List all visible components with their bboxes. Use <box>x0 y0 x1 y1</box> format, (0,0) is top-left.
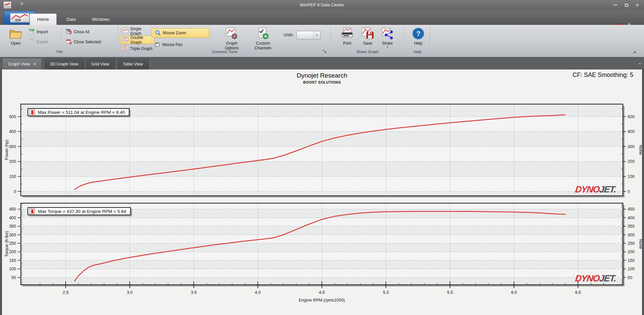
svg-text:None: None <box>638 239 642 249</box>
graph-options-label-1: Graph <box>226 41 237 46</box>
common-tools-group-label: Common Tools <box>120 50 329 55</box>
svg-text:2.5: 2.5 <box>63 290 68 295</box>
svg-text:0: 0 <box>14 189 16 194</box>
single-graph-button[interactable]: Single Graph <box>120 27 154 35</box>
tab-table-view[interactable]: Table View <box>117 58 149 70</box>
import-button[interactable]: CSV Import <box>29 28 48 36</box>
svg-text:450: 450 <box>9 207 16 212</box>
single-graph-label: Single Graph <box>130 27 153 36</box>
torque-chart[interactable]: 5050100100150150200200250250300300350350… <box>2 203 642 303</box>
svg-text:200: 200 <box>9 159 16 164</box>
power-series-marker-icon <box>30 109 35 115</box>
svg-text:?: ? <box>416 30 420 37</box>
minimize-icon[interactable] <box>610 2 620 8</box>
svg-text:5.5: 5.5 <box>447 290 453 295</box>
separator <box>61 28 61 46</box>
svg-text:4.5: 4.5 <box>319 290 325 295</box>
csv-export-icon: CSV <box>29 39 35 45</box>
printer-icon <box>340 26 354 41</box>
save-button[interactable]: Save <box>358 26 377 46</box>
tab-graph-view[interactable]: Graph View ✕ <box>3 58 42 70</box>
custom-channels-button[interactable]: Custom Channels <box>248 26 278 50</box>
export-label: Export <box>37 40 48 44</box>
torque-legend[interactable]: Max Torque = 437.30 at Engine RPM = 5.64 <box>28 207 131 215</box>
help-question-icon: ? <box>412 26 425 41</box>
export-button[interactable]: CSV Export <box>29 38 48 46</box>
svg-text:6.0: 6.0 <box>511 290 517 295</box>
ribbon-tab-row: W8 Home Data Windows <box>0 10 644 25</box>
correction-smoothing-label: CF: SAE Smoothing: 5 <box>573 72 633 79</box>
graph-options-button[interactable]: Graph Options <box>217 26 246 50</box>
group-separator <box>405 27 405 49</box>
svg-text:300: 300 <box>9 144 16 149</box>
svg-text:200: 200 <box>9 250 16 254</box>
ribbon-collapse-icon[interactable] <box>633 51 637 54</box>
share-nodes-icon <box>381 26 394 41</box>
close-selected-button[interactable]: Close Selected <box>66 38 101 46</box>
tab-graph-view-label: Graph View <box>8 62 30 66</box>
svg-text:200: 200 <box>628 159 635 164</box>
tab-3d-graph-view-label: 3D Graph View <box>50 62 78 66</box>
svg-text:100: 100 <box>9 174 16 179</box>
svg-text:400: 400 <box>9 216 16 220</box>
help-group-label: Help <box>406 50 429 55</box>
close-all-button[interactable]: Close All <box>66 28 90 36</box>
open-button[interactable]: Open <box>5 26 27 46</box>
folder-open-icon <box>9 26 23 41</box>
share-group-label: Share Graph <box>332 50 403 55</box>
units-dropdown[interactable]: ▾ <box>297 31 321 39</box>
magnifier-icon <box>155 30 161 37</box>
svg-text:50: 50 <box>11 275 16 280</box>
mouse-pan-label: Mouse Pan <box>162 42 183 47</box>
tab-close-icon[interactable]: ✕ <box>33 62 36 66</box>
close-icon[interactable]: ✕ <box>633 2 642 8</box>
share-button[interactable]: Share ▾ <box>378 26 397 48</box>
import-label: Import <box>37 30 48 34</box>
svg-text:100: 100 <box>628 267 635 271</box>
torque-series-marker-icon <box>30 209 35 214</box>
close-selected-label: Close Selected <box>74 40 101 44</box>
units-value <box>297 31 313 39</box>
svg-text:100: 100 <box>628 174 635 179</box>
svg-text:200: 200 <box>628 250 635 254</box>
print-button[interactable]: Print <box>337 26 357 46</box>
double-graph-label: Double Graph <box>130 35 153 45</box>
ribbon-tab-home[interactable]: Home <box>30 13 57 25</box>
power-legend[interactable]: Max Power = 511.04 at Engine RPM = 6.40 <box>28 108 129 116</box>
svg-text:400: 400 <box>9 129 16 134</box>
svg-text:None: None <box>638 145 642 155</box>
print-label: Print <box>343 41 352 46</box>
svg-text:250: 250 <box>628 241 635 246</box>
svg-text:CSV: CSV <box>30 39 33 41</box>
hand-pan-icon <box>154 41 161 48</box>
maximize-icon[interactable] <box>622 2 631 8</box>
svg-text:6.5: 6.5 <box>575 290 581 295</box>
svg-text:350: 350 <box>9 224 16 229</box>
svg-text:5.0: 5.0 <box>383 290 389 295</box>
tab-table-view-label: Table View <box>123 62 143 66</box>
ribbon-tab-data[interactable]: Data <box>59 13 83 25</box>
tab-list-dropdown-icon[interactable]: ▾ <box>639 62 641 65</box>
document-tab-strip: Graph View ✕ 3D Graph View Grid View Tab… <box>0 58 644 70</box>
channels-plus-icon <box>257 26 269 41</box>
svg-text:300: 300 <box>628 233 635 237</box>
power-chart[interactable]: 00100100200200300300400400500500Power (h… <box>2 103 642 201</box>
tab-3d-graph-view[interactable]: 3D Graph View <box>45 58 84 70</box>
svg-text:Power (hp): Power (hp) <box>4 140 9 160</box>
dynojet-logo: DYNOJET. <box>575 273 616 284</box>
help-button[interactable]: ? Help <box>408 26 429 46</box>
svg-text:4.0: 4.0 <box>255 290 261 295</box>
mouse-pan-button[interactable]: Mouse Pan <box>152 40 209 49</box>
ribbon-tab-windows[interactable]: Windows <box>85 13 117 25</box>
svg-text:CSV: CSV <box>30 29 33 31</box>
window-title: WinPEP 8 Data Center <box>0 2 644 7</box>
open-label: Open <box>11 41 20 46</box>
file-group-label: File <box>3 50 117 55</box>
mouse-zoom-button[interactable]: Mouse Zoom <box>152 28 209 38</box>
double-graph-button[interactable]: Double Graph <box>120 36 154 44</box>
svg-text:400: 400 <box>628 216 635 220</box>
units-label: Units <box>283 33 293 37</box>
tab-grid-view[interactable]: Grid View <box>86 58 115 70</box>
svg-text:400: 400 <box>628 129 635 134</box>
close-all-label: Close All <box>74 30 90 34</box>
